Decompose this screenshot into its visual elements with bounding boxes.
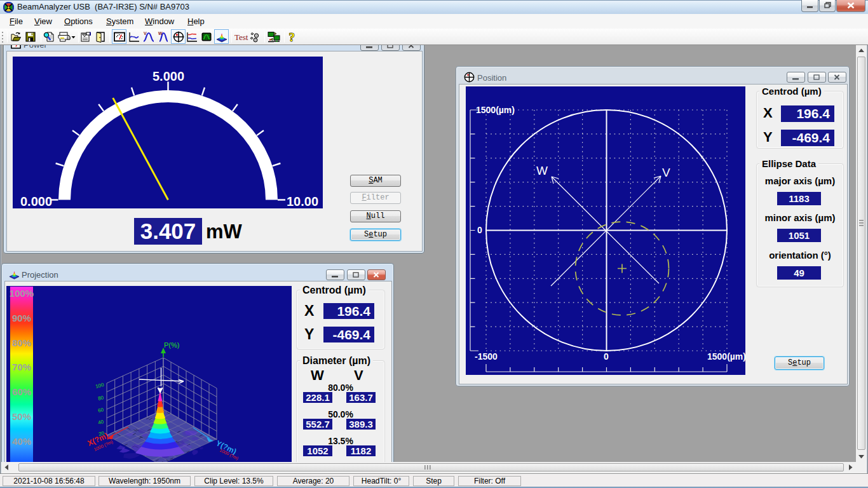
- svg-text:80: 80: [97, 395, 104, 402]
- svg-text:?: ?: [289, 31, 295, 43]
- svg-text:P(%): P(%): [164, 341, 179, 349]
- svg-text:40: 40: [97, 419, 104, 426]
- svg-text:60: 60: [97, 407, 104, 414]
- svg-text:100: 100: [95, 382, 105, 390]
